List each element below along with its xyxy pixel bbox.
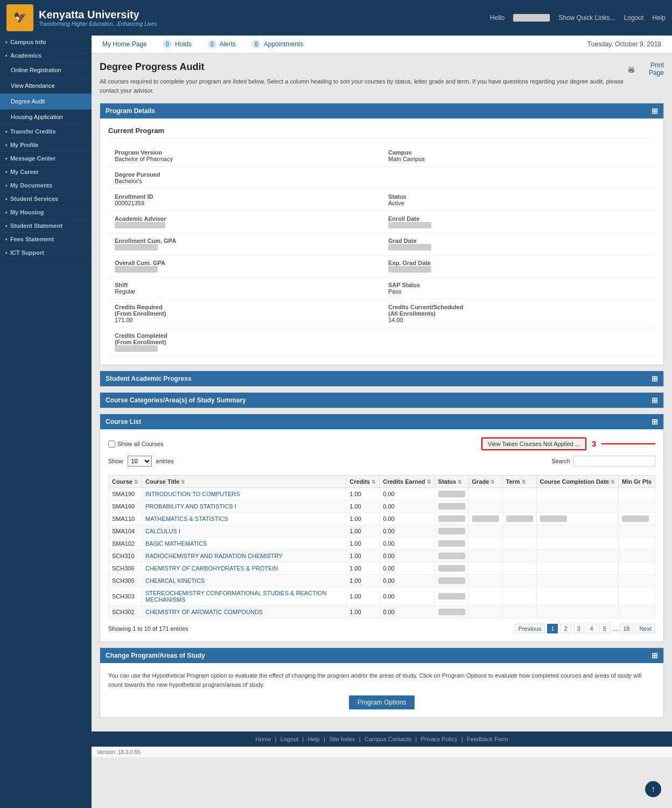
cell-title: MATHEMATICS & STATISTICS: [142, 513, 346, 525]
footer-privacy-policy[interactable]: Privacy Policy: [418, 736, 459, 742]
course-title-link[interactable]: CHEMISTRY OF CARBOHYDRATES & PROTEIN: [145, 565, 278, 572]
table-row: SMA160 PROBABILITY AND STATISTICS I 1.00…: [109, 500, 655, 513]
footer-help[interactable]: Help: [305, 736, 322, 742]
empty-cell-2: [382, 328, 655, 357]
footer-campus-contacts[interactable]: Campus Contacts: [362, 736, 414, 742]
col-course[interactable]: Course ⇅: [109, 476, 142, 488]
page-4-link[interactable]: 4: [586, 624, 597, 633]
program-details-toggle[interactable]: ⊞: [652, 107, 658, 115]
course-categories-toggle[interactable]: ⊞: [652, 396, 658, 405]
sidebar-item-online-registration[interactable]: Online Registration: [0, 62, 92, 78]
course-title-link[interactable]: CHEMISTRY OF AROMATIC COMPOUNDS: [145, 609, 263, 615]
enrollment-id-label-cell: Enrollment ID 000021359: [108, 189, 382, 211]
next-page-link[interactable]: Next: [635, 624, 655, 633]
sidebar-item-ict-support[interactable]: ▪ ICT Support: [0, 246, 92, 260]
col-title[interactable]: Course Title ⇅: [142, 476, 346, 488]
holds-link[interactable]: Holds: [175, 40, 192, 48]
col-term[interactable]: Term ⇅: [502, 476, 536, 488]
col-credits-earned[interactable]: Credits Earned ⇅: [380, 476, 435, 488]
sidebar-item-fees-statement[interactable]: ▪ Fees Statement: [0, 233, 92, 246]
scroll-top-button[interactable]: ↑: [645, 781, 661, 797]
page-2-link[interactable]: 2: [560, 624, 571, 633]
degree-pursued-label: Degree Pursued: [115, 171, 375, 178]
col-credits[interactable]: Credits ⇅: [346, 476, 380, 488]
col-min-gr-pts[interactable]: Min Gr Pts: [618, 476, 655, 488]
table-row: SCH302 CHEMISTRY OF AROMATIC COMPOUNDS 1…: [109, 606, 655, 618]
sidebar-item-degree-audit[interactable]: Degree Audit: [0, 94, 92, 109]
footer-home[interactable]: Home: [253, 736, 273, 742]
col-grade[interactable]: Grade ⇅: [468, 476, 502, 488]
sidebar-item-view-attendance[interactable]: View Attendance: [0, 78, 92, 94]
cell-credits: 1.00: [346, 513, 380, 525]
cell-min-gr-pts: [618, 488, 655, 500]
course-title-link[interactable]: MATHEMATICS & STATISTICS: [145, 516, 228, 522]
program-version-label-cell: Program Version Bachelor of Pharmacy: [108, 145, 382, 167]
page-3-link[interactable]: 3: [573, 624, 584, 633]
course-title-link[interactable]: PROBABILITY AND STATISTICS I: [145, 503, 236, 510]
degree-pursued-value: Bachelor's: [115, 178, 375, 184]
sidebar-item-housing-application[interactable]: Housing Application: [0, 109, 92, 125]
table-row: SCH306 CHEMISTRY OF CARBOHYDRATES & PROT…: [109, 562, 655, 575]
col-completion-date[interactable]: Course Completion Date ⇅: [536, 476, 618, 488]
course-title-link[interactable]: BASIC MATHEMATICS: [145, 540, 207, 547]
cell-grade: [468, 550, 502, 562]
page-1-link[interactable]: 1: [547, 624, 558, 633]
entries-select[interactable]: 10 25 50 100: [128, 456, 152, 466]
completion-date-sort-icon: ⇅: [611, 479, 615, 485]
program-options-button[interactable]: Program Options: [349, 695, 415, 709]
grade-sort-icon: ⇅: [491, 479, 495, 485]
print-button[interactable]: 🖨️ Print Page: [627, 61, 664, 76]
footer-feedback-form[interactable]: Feedback Form: [465, 736, 510, 742]
sidebar-item-student-services[interactable]: ▪ Student Services: [0, 192, 92, 206]
appointments-badge: 0: [252, 40, 261, 48]
appointments-link[interactable]: Appointments: [264, 40, 303, 48]
sidebar-item-my-career[interactable]: ▪ My Career: [0, 165, 92, 179]
sidebar-item-student-statement[interactable]: ▪ Student Statement: [0, 219, 92, 233]
status-value: Active: [388, 200, 649, 206]
sidebar-item-my-profile[interactable]: ▪ My Profile: [0, 138, 92, 152]
footer-logout[interactable]: Logout: [278, 736, 301, 742]
search-input[interactable]: [573, 456, 655, 466]
help-link[interactable]: Help: [652, 14, 666, 22]
change-program-toggle[interactable]: ⊞: [652, 651, 658, 660]
show-all-label[interactable]: Show all Courses: [108, 441, 164, 448]
cell-course: SCH305: [109, 575, 142, 587]
home-page-link[interactable]: My Home Page: [102, 40, 147, 48]
prev-page-link[interactable]: Previous: [515, 624, 545, 633]
course-title-link[interactable]: STEREOCHEMISTRY CONFORMATIONAL STUDIES &…: [145, 590, 326, 603]
cell-title: CHEMICAL KINETICS: [142, 575, 346, 587]
course-title-link[interactable]: RADIOCHEMISTRY AND RADIATION CHEMISTRY: [145, 553, 283, 559]
cell-term: [502, 606, 536, 618]
col-status[interactable]: Status ⇅: [435, 476, 468, 488]
student-academic-toggle[interactable]: ⊞: [652, 374, 658, 383]
cell-title: RADIOCHEMISTRY AND RADIATION CHEMISTRY: [142, 550, 346, 562]
sidebar-item-academics[interactable]: ▪ Academics: [0, 49, 92, 62]
course-list-toggle[interactable]: ⊞: [652, 417, 658, 426]
sidebar-item-transfer-credits[interactable]: ▪ Transfer Credits: [0, 125, 92, 138]
search-label: Search: [551, 458, 570, 464]
sidebar-item-message-center[interactable]: ▪ Message Center: [0, 152, 92, 165]
view-taken-button[interactable]: View Taken Courses Not Applied ...: [481, 437, 586, 450]
quick-links-link[interactable]: Show Quick Links...: [558, 14, 615, 22]
course-title-link[interactable]: CALCULUS I: [145, 528, 180, 534]
program-version-label: Program Version: [115, 149, 375, 156]
page-5-link[interactable]: 5: [599, 624, 610, 633]
cell-title: CALCULUS I: [142, 525, 346, 538]
footer-site-index[interactable]: Site Index: [327, 736, 358, 742]
cell-completion-date: [536, 550, 618, 562]
shift-value: Regular: [115, 288, 375, 295]
page-18-link[interactable]: 18: [619, 624, 633, 633]
course-title-link[interactable]: CHEMICAL KINETICS: [145, 577, 205, 584]
page-description: All courses required to complete your pr…: [100, 77, 627, 95]
course-title-link[interactable]: INTRODUCTION TO COMPUTERS: [145, 491, 240, 497]
sidebar-item-campus-info[interactable]: ▪ Campus Info: [0, 36, 92, 49]
alerts-link[interactable]: Alerts: [219, 40, 236, 48]
sidebar-item-my-documents[interactable]: ▪ My Documents: [0, 179, 92, 192]
course-table: Course ⇅ Course Title ⇅ Credits ⇅: [108, 475, 655, 618]
show-all-checkbox[interactable]: [108, 441, 115, 448]
shift-cell: Shift Regular: [108, 277, 382, 299]
sidebar-item-my-housing[interactable]: ▪ My Housing: [0, 206, 92, 219]
status-sort-icon: ⇅: [458, 479, 462, 485]
logout-link[interactable]: Logout: [624, 14, 644, 22]
program-details-body: Current Program Program Version Bachelor…: [100, 119, 663, 365]
